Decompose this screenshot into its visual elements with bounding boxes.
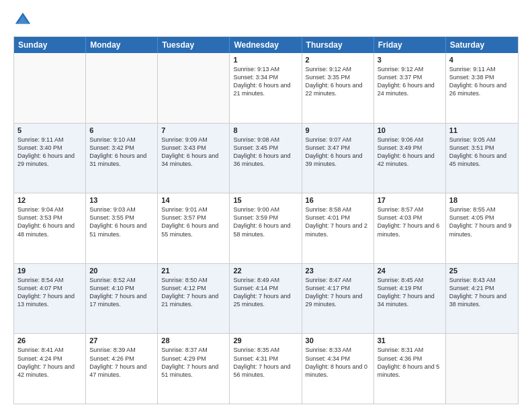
calendar-row: 19Sunrise: 8:54 AM Sunset: 4:07 PM Dayli… <box>14 264 518 334</box>
calendar-header-cell: Monday <box>86 37 158 53</box>
day-number: 26 <box>17 336 82 345</box>
header <box>13 11 519 30</box>
day-info: Sunrise: 9:12 AM Sunset: 3:35 PM Dayligh… <box>306 65 370 98</box>
day-number: 13 <box>89 196 154 204</box>
calendar-day-cell: 9Sunrise: 9:07 AM Sunset: 3:47 PM Daylig… <box>302 124 374 193</box>
calendar-day-cell: 6Sunrise: 9:10 AM Sunset: 3:42 PM Daylig… <box>86 124 158 193</box>
day-number: 15 <box>233 196 298 204</box>
calendar-empty-cell <box>86 53 158 123</box>
day-number: 6 <box>89 126 154 134</box>
day-info: Sunrise: 8:52 AM Sunset: 4:10 PM Dayligh… <box>89 276 154 309</box>
day-info: Sunrise: 8:33 AM Sunset: 4:34 PM Dayligh… <box>306 346 370 379</box>
day-info: Sunrise: 8:50 AM Sunset: 4:12 PM Dayligh… <box>161 276 226 309</box>
day-info: Sunrise: 8:55 AM Sunset: 4:05 PM Dayligh… <box>449 205 515 238</box>
day-info: Sunrise: 9:04 AM Sunset: 3:53 PM Dayligh… <box>17 205 82 238</box>
day-number: 11 <box>449 126 515 134</box>
day-number: 16 <box>306 196 370 204</box>
calendar-header-row: SundayMondayTuesdayWednesdayThursdayFrid… <box>14 37 518 53</box>
day-info: Sunrise: 9:11 AM Sunset: 3:38 PM Dayligh… <box>449 65 515 98</box>
day-info: Sunrise: 9:10 AM Sunset: 3:42 PM Dayligh… <box>89 136 154 169</box>
day-number: 14 <box>161 196 226 204</box>
calendar-day-cell: 12Sunrise: 9:04 AM Sunset: 3:53 PM Dayli… <box>14 193 86 263</box>
calendar-day-cell: 26Sunrise: 8:41 AM Sunset: 4:24 PM Dayli… <box>14 334 86 404</box>
day-info: Sunrise: 8:35 AM Sunset: 4:31 PM Dayligh… <box>233 346 298 379</box>
calendar-header-cell: Friday <box>374 37 446 53</box>
day-number: 18 <box>449 196 515 204</box>
day-info: Sunrise: 9:03 AM Sunset: 3:55 PM Dayligh… <box>89 205 154 238</box>
day-number: 4 <box>449 56 515 64</box>
day-info: Sunrise: 9:12 AM Sunset: 3:37 PM Dayligh… <box>378 65 442 98</box>
calendar-day-cell: 10Sunrise: 9:06 AM Sunset: 3:49 PM Dayli… <box>374 124 446 193</box>
day-number: 2 <box>306 56 370 64</box>
day-number: 8 <box>233 126 298 134</box>
calendar-day-cell: 18Sunrise: 8:55 AM Sunset: 4:05 PM Dayli… <box>446 193 518 263</box>
day-number: 22 <box>233 267 298 275</box>
calendar-row: 1Sunrise: 9:13 AM Sunset: 3:34 PM Daylig… <box>14 53 518 124</box>
calendar: SundayMondayTuesdayWednesdayThursdayFrid… <box>13 36 519 404</box>
day-number: 17 <box>378 196 442 204</box>
day-info: Sunrise: 8:47 AM Sunset: 4:17 PM Dayligh… <box>306 276 370 309</box>
day-info: Sunrise: 8:58 AM Sunset: 4:01 PM Dayligh… <box>306 205 370 238</box>
calendar-day-cell: 30Sunrise: 8:33 AM Sunset: 4:34 PM Dayli… <box>302 334 374 404</box>
calendar-day-cell: 31Sunrise: 8:31 AM Sunset: 4:36 PM Dayli… <box>374 334 446 404</box>
day-info: Sunrise: 8:39 AM Sunset: 4:26 PM Dayligh… <box>89 346 154 379</box>
day-info: Sunrise: 8:49 AM Sunset: 4:14 PM Dayligh… <box>233 276 298 309</box>
day-info: Sunrise: 8:54 AM Sunset: 4:07 PM Dayligh… <box>17 276 82 309</box>
calendar-day-cell: 8Sunrise: 9:08 AM Sunset: 3:45 PM Daylig… <box>230 124 302 193</box>
day-info: Sunrise: 9:07 AM Sunset: 3:47 PM Dayligh… <box>306 136 370 169</box>
calendar-header-cell: Saturday <box>446 37 518 53</box>
day-info: Sunrise: 9:13 AM Sunset: 3:34 PM Dayligh… <box>233 65 298 98</box>
calendar-day-cell: 15Sunrise: 9:00 AM Sunset: 3:59 PM Dayli… <box>230 193 302 263</box>
calendar-day-cell: 11Sunrise: 9:05 AM Sunset: 3:51 PM Dayli… <box>446 124 518 193</box>
day-number: 12 <box>17 196 82 204</box>
day-info: Sunrise: 8:41 AM Sunset: 4:24 PM Dayligh… <box>17 346 82 379</box>
day-number: 19 <box>17 267 82 275</box>
day-number: 30 <box>306 336 370 345</box>
calendar-day-cell: 29Sunrise: 8:35 AM Sunset: 4:31 PM Dayli… <box>230 334 302 404</box>
day-number: 21 <box>161 267 226 275</box>
day-info: Sunrise: 9:09 AM Sunset: 3:43 PM Dayligh… <box>161 136 226 169</box>
day-number: 3 <box>378 56 442 64</box>
calendar-day-cell: 24Sunrise: 8:45 AM Sunset: 4:19 PM Dayli… <box>374 264 446 334</box>
day-info: Sunrise: 8:31 AM Sunset: 4:36 PM Dayligh… <box>378 346 442 379</box>
calendar-header-cell: Sunday <box>14 37 86 53</box>
day-info: Sunrise: 9:06 AM Sunset: 3:49 PM Dayligh… <box>378 136 442 169</box>
calendar-day-cell: 22Sunrise: 8:49 AM Sunset: 4:14 PM Dayli… <box>230 264 302 334</box>
calendar-header-cell: Tuesday <box>158 37 230 53</box>
calendar-row: 5Sunrise: 9:11 AM Sunset: 3:40 PM Daylig… <box>14 124 518 194</box>
calendar-day-cell: 21Sunrise: 8:50 AM Sunset: 4:12 PM Dayli… <box>158 264 230 334</box>
logo <box>13 11 35 30</box>
calendar-day-cell: 27Sunrise: 8:39 AM Sunset: 4:26 PM Dayli… <box>86 334 158 404</box>
calendar-day-cell: 16Sunrise: 8:58 AM Sunset: 4:01 PM Dayli… <box>302 193 374 263</box>
day-info: Sunrise: 9:00 AM Sunset: 3:59 PM Dayligh… <box>233 205 298 238</box>
calendar-day-cell: 4Sunrise: 9:11 AM Sunset: 3:38 PM Daylig… <box>446 53 518 123</box>
day-number: 24 <box>378 267 442 275</box>
day-number: 31 <box>378 336 442 345</box>
calendar-day-cell: 1Sunrise: 9:13 AM Sunset: 3:34 PM Daylig… <box>230 53 302 123</box>
calendar-row: 12Sunrise: 9:04 AM Sunset: 3:53 PM Dayli… <box>14 193 518 264</box>
calendar-day-cell: 23Sunrise: 8:47 AM Sunset: 4:17 PM Dayli… <box>302 264 374 334</box>
calendar-header-cell: Wednesday <box>230 37 302 53</box>
day-number: 5 <box>17 126 82 134</box>
day-number: 23 <box>306 267 370 275</box>
day-number: 28 <box>161 336 226 345</box>
day-number: 7 <box>161 126 226 134</box>
calendar-empty-cell <box>14 53 86 123</box>
calendar-day-cell: 5Sunrise: 9:11 AM Sunset: 3:40 PM Daylig… <box>14 124 86 193</box>
day-info: Sunrise: 9:08 AM Sunset: 3:45 PM Dayligh… <box>233 136 298 169</box>
calendar-header-cell: Thursday <box>302 37 374 53</box>
day-number: 10 <box>378 126 442 134</box>
calendar-day-cell: 7Sunrise: 9:09 AM Sunset: 3:43 PM Daylig… <box>158 124 230 193</box>
calendar-day-cell: 28Sunrise: 8:37 AM Sunset: 4:29 PM Dayli… <box>158 334 230 404</box>
calendar-day-cell: 20Sunrise: 8:52 AM Sunset: 4:10 PM Dayli… <box>86 264 158 334</box>
calendar-row: 26Sunrise: 8:41 AM Sunset: 4:24 PM Dayli… <box>14 334 518 404</box>
calendar-day-cell: 3Sunrise: 9:12 AM Sunset: 3:37 PM Daylig… <box>374 53 446 123</box>
day-info: Sunrise: 8:43 AM Sunset: 4:21 PM Dayligh… <box>449 276 515 309</box>
day-info: Sunrise: 8:45 AM Sunset: 4:19 PM Dayligh… <box>378 276 442 309</box>
calendar-day-cell: 17Sunrise: 8:57 AM Sunset: 4:03 PM Dayli… <box>374 193 446 263</box>
calendar-day-cell: 14Sunrise: 9:01 AM Sunset: 3:57 PM Dayli… <box>158 193 230 263</box>
calendar-day-cell: 13Sunrise: 9:03 AM Sunset: 3:55 PM Dayli… <box>86 193 158 263</box>
calendar-empty-cell <box>158 53 230 123</box>
day-number: 1 <box>233 56 298 64</box>
day-number: 27 <box>89 336 154 345</box>
